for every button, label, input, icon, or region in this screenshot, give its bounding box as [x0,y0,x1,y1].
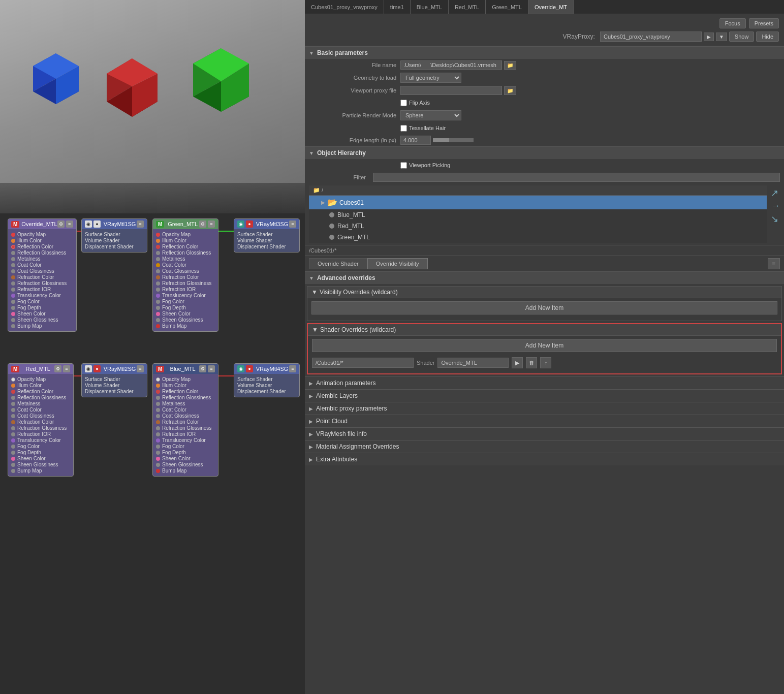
shader-value-input[interactable] [437,358,509,368]
point-cloud-title: Point Cloud [316,418,348,425]
show-button[interactable]: Show [729,31,755,42]
tree-item-red-mtl[interactable]: Red_MTL [309,220,767,232]
viewport-picking-checkbox[interactable]: Viewport Picking [400,162,450,169]
node-header-blue-mtl: M Blue_MTL ⚙ ≡ [153,364,218,374]
flipaxis-checkbox[interactable]: Flip Axis [400,100,430,106]
tab-cubes01-proxy[interactable]: Cubes01_proxy_vrayproxy [305,0,384,14]
shader-label: Shader [417,360,434,366]
node-blue-mtl[interactable]: M Blue_MTL ⚙ ≡ Opacity Map Illum Color R… [152,363,218,477]
shader-overrides-header[interactable]: ▼ Shader Overrides (wildcard) [308,324,781,336]
viewport-proxy-label: Viewport proxy file [315,87,396,93]
proxy-input[interactable] [600,31,702,42]
tab-time1[interactable]: time1 [384,0,411,14]
animation-params-section[interactable]: ▶ Animation parameters [305,376,784,389]
geometry-label: Geometry to load [315,75,396,81]
node-header-green-mtl: M Green_MTL ⚙ ≡ [153,219,218,229]
node-body-green-mtl: Opacity Map Illum Color Reflection Color… [153,229,218,331]
adv-override-title: Advanced overrides [317,274,375,281]
proxy-row: VRayProxy: ▶ ▼ Show Hide [310,31,779,42]
material-assign-title: Material Assignment Overrides [316,443,399,450]
left-panel: M Override_MTL ⚙ ≡ Opacity Map Illum Col… [0,0,305,694]
hide-button[interactable]: Hide [756,31,779,42]
blue-cube [28,51,84,118]
top-controls: Focus Presets VRayProxy: ▶ ▼ Show Hide [305,14,784,46]
node-header-vray3sg: ◉ ● VRayMtl3SG ≡ [234,219,299,229]
proxy-label: VRayProxy: [563,33,595,40]
proxy-icon-2[interactable]: ▼ [716,33,727,41]
override-menu-btn[interactable]: ≡ [768,258,780,269]
geometry-row: Geometry to load Full geometry [305,71,784,84]
node-vray2sg[interactable]: ◉ ● VRayMtl2SG ≡ Surface Shader Volume S… [81,363,147,397]
viewport-proxy-browse[interactable]: 📁 [504,86,516,95]
tree-arrow-down[interactable]: ↘ [771,213,780,225]
node-vray4sg[interactable]: ◉ ● VRayMtl4SG ≡ Surface Shader Volume S… [234,363,300,397]
shader-pick-btn[interactable]: ▶ [512,357,523,368]
node-header-override-mtl: M Override_MTL ⚙ ≡ [8,219,76,229]
basic-params-title: Basic parameters [317,49,368,56]
filename-input[interactable] [400,60,502,70]
edgelength-input[interactable] [400,136,431,145]
node-editor[interactable]: M Override_MTL ⚙ ≡ Opacity Map Illum Col… [0,213,305,694]
vraymesh-info-section[interactable]: ▶ VRayMesh file info [305,427,784,440]
particle-render-dropdown[interactable]: Sphere [400,110,461,120]
geometry-dropdown[interactable]: Full geometry [400,73,461,83]
alembic-layers-section[interactable]: ▶ Alembic Layers [305,389,784,402]
extra-attrs-title: Extra Attributes [316,456,357,463]
alembic-proxy-section[interactable]: ▶ Alembic proxy parameters [305,402,784,415]
node-header-vray4sg: ◉ ● VRayMtl4SG ≡ [234,364,299,374]
visibility-add-item-btn[interactable]: Add New Item [311,301,777,314]
viewport [0,0,305,213]
tessellate-checkbox[interactable]: Tessellate Hair [400,125,446,132]
vraymesh-info-title: VRayMesh file info [316,430,367,437]
material-assign-section[interactable]: ▶ Material Assignment Overrides [305,440,784,453]
shader-add-item-btn[interactable]: Add New Item [312,339,777,352]
tree-arrow-up[interactable]: ↗ [771,187,780,199]
edgelength-label: Edge length (in px) [315,137,396,143]
tab-red-mtl[interactable]: Red_MTL [449,0,486,14]
tab-blue-mtl[interactable]: Blue_MTL [411,0,449,14]
obj-hier-triangle: ▼ [309,150,314,156]
node-header-vray2sg: ◉ ● VRayMtl2SG ≡ [82,364,147,374]
shader-path-input[interactable] [312,358,414,368]
visibility-overrides-body: Add New Item [307,298,781,321]
override-visibility-tab[interactable]: Override Visibility [367,258,428,269]
focus-button[interactable]: Focus [719,18,746,28]
node-body-blue-mtl: Opacity Map Illum Color Reflection Color… [153,374,218,476]
tree-item-cubes01[interactable]: ▶ 📂 Cubes01 [309,196,767,209]
node-vray1sg[interactable]: ◉ ● VRayMtl1SG ≡ Surface Shader Volume S… [81,218,147,253]
filter-row: Filter [305,171,784,183]
tree-item-blue-mtl[interactable]: Blue_MTL [309,209,767,220]
obj-hier-title: Object Hierarchy [317,149,366,156]
basic-params-header[interactable]: ▼ Basic parameters [305,46,784,59]
shader-delete-btn[interactable]: 🗑 [526,357,537,368]
edgelength-row: Edge length (in px) [305,134,784,146]
edgelength-slider[interactable] [433,138,474,142]
tree-item-green-mtl[interactable]: Green_MTL [309,232,767,243]
filter-input[interactable] [373,173,780,182]
visibility-overrides-section: ▼ Visibility Overrides (wildcard) Add Ne… [307,286,782,321]
node-red-mtl[interactable]: M Red_MTL ⚙ ≡ Opacity Map Illum Color Re… [8,363,74,477]
alembic-proxy-title: Alembic proxy parameters [316,405,387,412]
node-vray3sg[interactable]: ◉ ● VRayMtl3SG ≡ Surface Shader Volume S… [234,218,300,253]
point-cloud-section[interactable]: ▶ Point Cloud [305,415,784,427]
alembic-layers-title: Alembic Layers [316,392,358,399]
extra-attrs-section[interactable]: ▶ Extra Attributes [305,453,784,465]
node-green-mtl[interactable]: M Green_MTL ⚙ ≡ Opacity Map Illum Color … [152,218,218,332]
right-content: ▼ Basic parameters File name 📁 Geometry … [305,46,784,694]
viewport-proxy-input[interactable] [400,86,502,95]
filename-label: File name [315,62,396,68]
advanced-overrides-header[interactable]: ▼ Advanced overrides [305,271,784,284]
green-cube [188,46,254,123]
proxy-icon-1[interactable]: ▶ [704,33,714,41]
tree-arrow-right[interactable]: → [771,201,780,211]
object-hierarchy-header[interactable]: ▼ Object Hierarchy [305,146,784,159]
visibility-overrides-header[interactable]: ▼ Visibility Overrides (wildcard) [307,287,781,298]
override-shader-tab[interactable]: Override Shader [309,258,367,269]
tab-override-mt[interactable]: Override_MT [528,0,574,14]
shader-move-btn[interactable]: ↑ [540,357,551,368]
tab-green-mtl[interactable]: Green_MTL [486,0,528,14]
filename-browse-btn[interactable]: 📁 [504,61,516,70]
tree-area: 📁 / ▶ 📂 Cubes01 Blue_MTL [309,185,767,243]
node-override-mtl[interactable]: M Override_MTL ⚙ ≡ Opacity Map Illum Col… [8,218,77,332]
presets-button[interactable]: Presets [749,18,779,28]
